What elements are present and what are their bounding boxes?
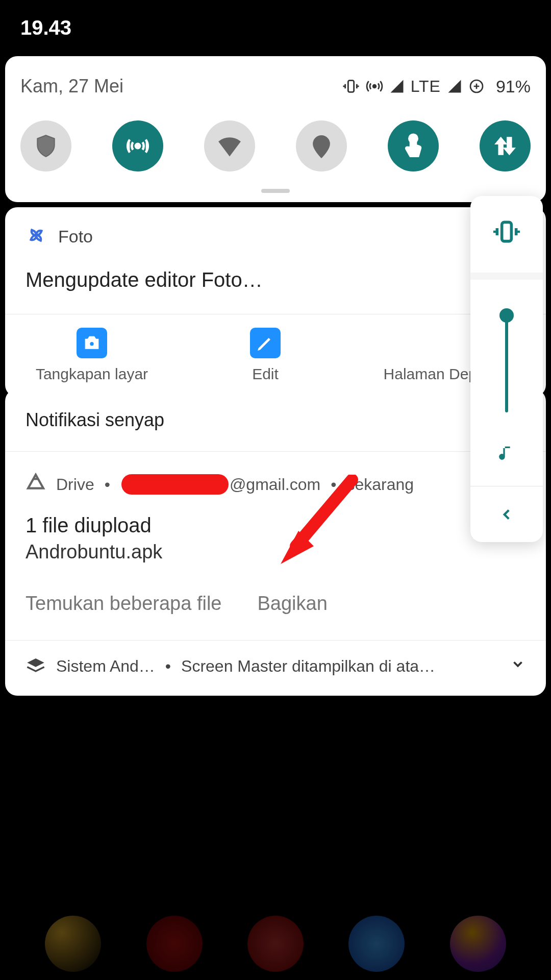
system-text: Screen Master ditampilkan di ata… [181, 657, 435, 676]
qs-tile-data[interactable] [480, 120, 531, 172]
qs-tile-row [20, 120, 531, 172]
status-icons: LTE 91% [342, 77, 531, 96]
dock-app-5[interactable] [450, 916, 506, 972]
dock-app-1[interactable] [45, 916, 101, 972]
drive-title: 1 file diupload [5, 497, 546, 541]
signal-2-icon [447, 79, 462, 94]
qs-header: Kam, 27 Mei LTE 91% [20, 76, 531, 97]
dock-app-3[interactable] [247, 916, 304, 972]
qs-tile-location[interactable] [296, 120, 347, 172]
qs-drag-handle[interactable] [261, 189, 290, 193]
drive-filename: Androbuntu.apk [5, 541, 546, 584]
home-dock [0, 916, 551, 972]
dock-app-4[interactable] [348, 916, 405, 972]
foto-notification-title: Mengupdate editor Foto… [5, 248, 546, 314]
svg-point-3 [136, 144, 140, 148]
battery-percentage: 91% [496, 77, 531, 96]
svg-point-6 [89, 341, 95, 347]
drive-icon [26, 472, 46, 497]
qs-tile-shield[interactable] [20, 120, 71, 172]
signal-1-icon [389, 79, 405, 94]
silent-header: Notifikasi senyap [5, 389, 546, 452]
quick-settings-panel: Kam, 27 Mei LTE 91% [5, 56, 546, 202]
notification-system[interactable]: Sistem And… • Screen Master ditampilkan … [5, 641, 546, 696]
foto-action-screenshot[interactable]: Tangkapan layar [5, 328, 179, 383]
qs-tile-hotspot[interactable] [112, 120, 163, 172]
foto-action-row: Tangkapan layar Edit Halaman Depan K [5, 314, 546, 397]
drive-time: sekarang [346, 475, 414, 494]
notification-drive[interactable]: Drive • @gmail.com • sekarang 1 file diu… [5, 452, 546, 641]
qs-tile-touch[interactable] [388, 120, 439, 172]
music-note-icon [496, 443, 517, 465]
vibrate-icon [342, 78, 360, 95]
volume-panel [470, 196, 543, 542]
data-saver-icon [468, 78, 485, 94]
pinwheel-icon [26, 225, 47, 248]
qs-tile-wifi[interactable] [204, 120, 255, 172]
drive-app-name: Drive [56, 475, 94, 494]
volume-thumb[interactable] [499, 308, 514, 323]
notification-silent-group: Notifikasi senyap Drive • @gmail.com • s… [5, 389, 546, 696]
camera-icon [77, 328, 107, 358]
redacted-email [121, 474, 229, 495]
svg-rect-7 [502, 222, 512, 241]
pencil-icon [250, 328, 281, 358]
svg-rect-0 [348, 81, 354, 92]
layers-icon [26, 656, 46, 676]
status-bar-clock: 19.43 [20, 16, 71, 39]
foto-app-name: Foto [58, 227, 93, 247]
drive-account: @gmail.com [120, 474, 320, 495]
drive-action-share[interactable]: Bagikan [257, 593, 327, 615]
chevron-down-icon[interactable] [510, 656, 525, 676]
hotspot-status-icon [366, 78, 383, 95]
svg-point-4 [319, 141, 324, 146]
home-icon [423, 328, 454, 358]
drive-action-find[interactable]: Temukan beberapa file [26, 593, 221, 615]
system-app-name: Sistem And… [56, 657, 155, 676]
dock-app-2[interactable] [146, 916, 203, 972]
notification-foto[interactable]: Foto Mengupdate editor Foto… Tangkapan l… [5, 207, 546, 397]
ring-mode-button[interactable] [470, 196, 543, 273]
svg-point-1 [373, 85, 376, 88]
volume-expand-button[interactable] [470, 486, 543, 542]
network-type: LTE [411, 77, 441, 96]
foto-action-edit[interactable]: Edit [179, 328, 352, 383]
volume-slider[interactable] [505, 315, 508, 412]
qs-date: Kam, 27 Mei [20, 76, 342, 97]
